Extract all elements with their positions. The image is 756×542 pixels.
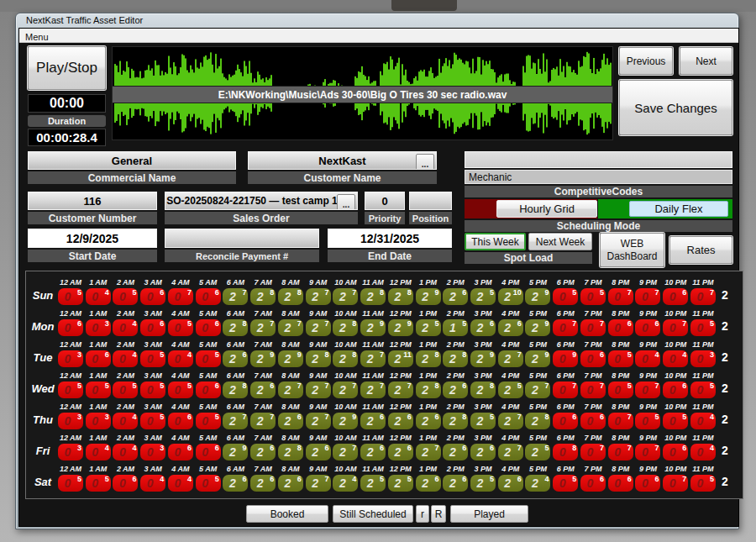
spot-hour-cell[interactable]: 5 PM24	[525, 465, 550, 492]
spot-hour-cell[interactable]: 7 AM27	[250, 309, 276, 336]
spot-hour-cell[interactable]: 7 AM26	[250, 465, 276, 492]
spot-hour-cell[interactable]: 2 AM06	[113, 465, 138, 492]
spot-hour-cell[interactable]: 2 PM26	[443, 465, 468, 492]
daily-flex-button[interactable]: Daily Flex	[629, 201, 728, 217]
spot-hour-cell[interactable]: 5 AM06	[196, 371, 221, 398]
spot-hour-cell[interactable]: 10 AM27	[333, 278, 358, 305]
sales-order-value[interactable]: SO-20250824-221750 — test camp 1 ...	[165, 192, 358, 210]
spot-hour-cell[interactable]: 8 PM07	[608, 403, 633, 429]
spot-hour-cell[interactable]: 6 AM28	[223, 309, 248, 336]
spot-hour-cell[interactable]: 5 PM29	[525, 340, 550, 367]
spot-hour-cell[interactable]: 7 PM07	[580, 371, 606, 398]
spot-hour-cell[interactable]: 3 AM04	[140, 465, 165, 492]
spot-hour-cell[interactable]: 8 PM05	[608, 340, 633, 367]
customer-name-browse-button[interactable]: ...	[416, 154, 434, 170]
spot-hour-cell[interactable]: 3 AM06	[140, 309, 165, 336]
spot-hour-cell[interactable]: 4 AM06	[168, 434, 193, 460]
spot-hour-cell[interactable]: 7 AM28	[250, 278, 276, 305]
spot-hour-cell[interactable]: 3 PM25	[470, 403, 496, 429]
spot-hour-cell[interactable]: 7 PM06	[580, 403, 606, 429]
priority-value[interactable]: 0	[365, 192, 405, 210]
hourly-grid-button[interactable]: Hourly Grid	[496, 200, 597, 218]
spot-hour-cell[interactable]: 4 PM26	[498, 309, 523, 336]
spot-hour-cell[interactable]: 9 PM06	[635, 465, 660, 492]
spot-hour-cell[interactable]: 10 PM06	[663, 434, 688, 460]
spot-hour-cell[interactable]: 9 AM27	[306, 403, 331, 429]
spot-hour-cell[interactable]: 6 AM28	[223, 371, 248, 398]
spot-hour-cell[interactable]: 10 AM27	[333, 371, 358, 398]
spot-hour-cell[interactable]: 10 AM28	[333, 309, 358, 336]
spot-hour-cell[interactable]: 6 AM27	[223, 278, 248, 305]
spot-hour-cell[interactable]: 7 AM26	[250, 434, 276, 460]
spot-hour-cell[interactable]: 2 AM04	[113, 340, 138, 367]
spot-hour-cell[interactable]: 10 AM24	[333, 465, 358, 492]
spot-hour-cell[interactable]: 8 AM28	[278, 278, 303, 305]
spot-hour-cell[interactable]: 5 AM06	[196, 309, 221, 336]
spot-hour-cell[interactable]: 7 PM05	[580, 278, 606, 305]
spot-hour-cell[interactable]: 2 PM26	[443, 434, 468, 460]
spot-hour-cell[interactable]: 5 PM28	[525, 403, 550, 429]
end-date-value[interactable]: 12/31/2025	[328, 229, 452, 248]
spot-hour-cell[interactable]: 5 PM27	[525, 371, 550, 398]
spot-hour-cell[interactable]: 5 PM25	[525, 434, 550, 460]
spot-hour-cell[interactable]: 3 AM05	[140, 371, 165, 398]
spot-hour-cell[interactable]: 4 AM05	[168, 371, 193, 398]
spot-hour-cell[interactable]: 11 AM29	[360, 309, 386, 336]
spot-hour-cell[interactable]: 11 AM26	[360, 403, 386, 429]
spot-hour-cell[interactable]: 10 PM07	[663, 309, 688, 336]
spot-hour-cell[interactable]: 1 PM28	[416, 371, 441, 398]
r-big-legend-button[interactable]: R	[431, 505, 446, 523]
web-dashboard-button[interactable]: WEB DashBoard	[600, 233, 664, 267]
spot-hour-cell[interactable]: 10 PM05	[663, 403, 688, 429]
spot-hour-cell[interactable]: 7 PM07	[580, 309, 606, 336]
spot-hour-cell[interactable]: 9 PM04	[635, 340, 660, 367]
spot-hour-cell[interactable]: 3 PM28	[470, 371, 496, 398]
spot-hour-cell[interactable]: 7 AM29	[250, 340, 276, 367]
spot-hour-cell[interactable]: 8 AM27	[278, 309, 303, 336]
spot-hour-cell[interactable]: 11 PM04	[690, 434, 716, 460]
spot-hour-cell[interactable]: 9 AM27	[306, 309, 331, 336]
spot-hour-cell[interactable]: 4 AM04	[168, 465, 193, 492]
spot-hour-cell[interactable]: 9 AM27	[306, 278, 331, 305]
spot-hour-cell[interactable]: 2 PM15	[443, 309, 468, 336]
spot-hour-cell[interactable]: 9 PM07	[635, 371, 660, 398]
spot-hour-cell[interactable]: 8 AM29	[278, 340, 303, 367]
competitive-code-selected[interactable]: Mechanic	[465, 170, 732, 184]
spot-hour-cell[interactable]: 8 AM28	[278, 434, 303, 460]
spot-hour-cell[interactable]: 6 AM27	[223, 403, 248, 429]
spot-hour-cell[interactable]: 7 PM06	[580, 465, 606, 492]
next-button[interactable]: Next	[680, 47, 732, 75]
spot-hour-cell[interactable]: 1 PM26	[416, 403, 441, 429]
spot-hour-cell[interactable]: 11 PM03	[690, 340, 716, 367]
spot-hour-cell[interactable]: 8 PM07	[608, 434, 633, 460]
next-week-button[interactable]: Next Week	[528, 233, 592, 250]
spot-hour-cell[interactable]: 4 AM04	[168, 340, 193, 367]
spot-hour-cell[interactable]: 12 AM05	[58, 465, 83, 492]
spot-hour-cell[interactable]: 3 PM29	[470, 340, 496, 367]
spot-hour-cell[interactable]: 1 AM04	[86, 434, 111, 460]
spot-hour-cell[interactable]: 1 AM05	[86, 465, 111, 492]
spot-hour-cell[interactable]: 6 AM26	[223, 340, 248, 367]
spot-hour-cell[interactable]: 10 PM06	[663, 278, 688, 305]
spot-hour-cell[interactable]: 6 PM09	[553, 340, 578, 367]
spot-hour-cell[interactable]: 12 PM26	[388, 434, 413, 460]
spot-hour-cell[interactable]: 2 AM04	[113, 403, 138, 429]
spot-hour-cell[interactable]: 11 PM05	[690, 371, 716, 398]
spot-hour-cell[interactable]: 12 PM27	[388, 371, 413, 398]
menu-button[interactable]: Menu	[19, 31, 55, 43]
spot-hour-cell[interactable]: 4 PM25	[498, 371, 523, 398]
waveform-display[interactable]: E:\NKWorking\Music\Ads 30-60\Big O Tires…	[112, 46, 613, 140]
spot-hour-cell[interactable]: 1 AM06	[86, 340, 111, 367]
commercial-name-value[interactable]: General	[28, 151, 236, 170]
spot-hour-cell[interactable]: 6 PM07	[553, 309, 578, 336]
save-changes-button[interactable]: Save Changes	[619, 80, 732, 135]
reconcile-payment-value[interactable]	[165, 229, 319, 248]
spot-hour-cell[interactable]: 2 AM04	[113, 309, 138, 336]
spot-hour-cell[interactable]: 4 PM27	[498, 434, 523, 460]
sales-order-browse-button[interactable]: ...	[337, 194, 355, 210]
spot-hour-cell[interactable]: 10 AM27	[333, 434, 358, 460]
spot-hour-cell[interactable]: 1 PM26	[416, 465, 441, 492]
played-legend-button[interactable]: Played	[450, 505, 528, 523]
spot-hour-cell[interactable]: 9 PM06	[635, 309, 660, 336]
r-small-legend-button[interactable]: r	[416, 505, 429, 523]
